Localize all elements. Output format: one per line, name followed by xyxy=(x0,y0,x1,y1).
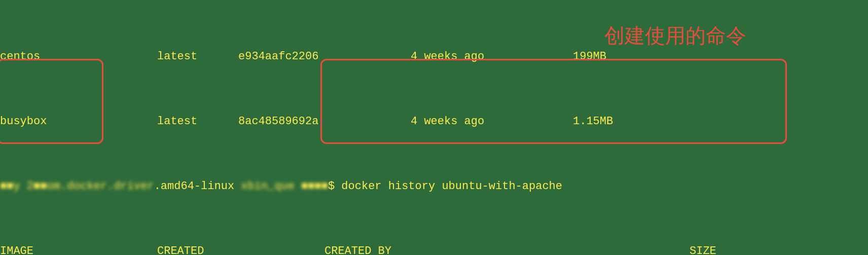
tag: latest xyxy=(157,49,238,65)
created: 4 weeks ago xyxy=(411,114,573,130)
header-created: CREATED xyxy=(157,243,324,255)
image-list-row: busybox latest 8ac48589692a 4 weeks ago … xyxy=(0,114,868,130)
image-id: e934aafc2206 xyxy=(238,49,411,65)
created: 4 weeks ago xyxy=(411,49,573,65)
image-list-row: centos latest e934aafc2206 4 weeks ago 1… xyxy=(0,49,868,65)
repo-name: busybox xyxy=(0,114,157,130)
header-size: SIZE xyxy=(690,243,868,255)
repo-name: centos xyxy=(0,49,157,65)
image-id: 8ac48589692a xyxy=(238,114,411,130)
history-header-row: IMAGE CREATED CREATED BY SIZE xyxy=(0,243,868,255)
blurred-text: ■■y 2■■om.docker.driver xyxy=(0,178,154,195)
header-created-by: CREATED BY xyxy=(324,243,690,255)
prompt-user-host: ■■y 2■■om.docker.driver.amd64-linux xbin… xyxy=(0,178,341,195)
size: 199MB xyxy=(573,49,868,65)
prompt-line[interactable]: ■■y 2■■om.docker.driver.amd64-linux xbin… xyxy=(0,178,868,195)
blurred-text: xbin_que ■■■■ xyxy=(241,178,328,195)
prompt-command: docker history ubuntu-with-apache xyxy=(341,178,562,195)
header-image: IMAGE xyxy=(0,243,157,255)
annotation-label: 创建使用的命令 xyxy=(604,27,746,44)
size: 1.15MB xyxy=(573,114,868,130)
tag: latest xyxy=(157,114,238,130)
